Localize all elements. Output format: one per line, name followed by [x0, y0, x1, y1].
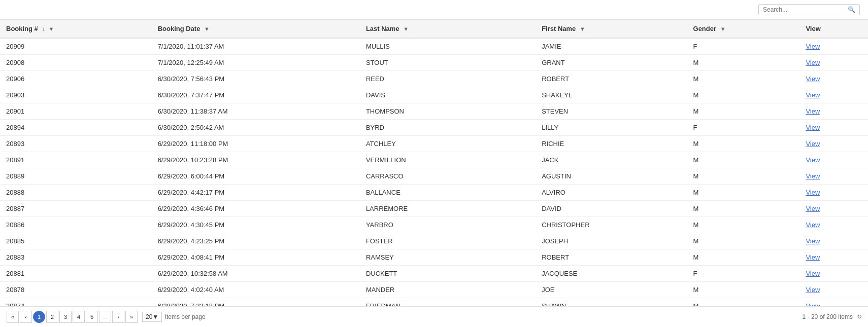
view-link-7[interactable]: View — [806, 156, 820, 164]
cell-lastName-6: ATCHLEY — [360, 136, 536, 152]
data-table: Booking # ↓ ▼ Booking Date ▼ Last Name ▼… — [0, 20, 868, 306]
cell-firstName-10: DAVID — [536, 201, 687, 217]
cell-view-13[interactable]: View — [799, 249, 868, 266]
table-row: 208856/29/2020, 4:23:25 PMFOSTERJOSEPHMV… — [0, 233, 868, 249]
cell-view-15[interactable]: View — [799, 282, 868, 298]
cell-lastName-15: MANDER — [360, 282, 536, 298]
cell-booking-9: 20888 — [0, 185, 152, 201]
cell-booking-3: 20903 — [0, 87, 152, 103]
table-row: 208896/29/2020, 6:00:44 PMCARRASCOAGUSTI… — [0, 168, 868, 185]
cell-lastName-0: MULLIS — [360, 38, 536, 55]
cell-firstName-2: ROBERT — [536, 71, 687, 87]
cell-gender-13: M — [687, 249, 800, 266]
col-header-date[interactable]: Booking Date ▼ — [152, 20, 360, 38]
view-link-6[interactable]: View — [806, 140, 820, 148]
cell-view-0[interactable]: View — [799, 38, 868, 55]
cell-view-2[interactable]: View — [799, 71, 868, 87]
cell-gender-5: F — [687, 120, 800, 136]
cell-view-12[interactable]: View — [799, 233, 868, 249]
cell-view-8[interactable]: View — [799, 168, 868, 185]
cell-firstName-15: JOE — [536, 282, 687, 298]
cell-booking-10: 20887 — [0, 201, 152, 217]
cell-date-13: 6/29/2020, 4:08:41 PM — [152, 249, 360, 266]
cell-firstName-1: GRANT — [536, 55, 687, 71]
col-label-firstname: First Name — [542, 25, 576, 32]
view-link-14[interactable]: View — [806, 270, 820, 277]
cell-date-15: 6/29/2020, 4:02:40 AM — [152, 282, 360, 298]
view-link-8[interactable]: View — [806, 172, 820, 180]
cell-gender-9: M — [687, 185, 800, 201]
cell-view-7[interactable]: View — [799, 152, 868, 168]
cell-lastName-2: REED — [360, 71, 536, 87]
cell-date-8: 6/29/2020, 6:00:44 PM — [152, 168, 360, 185]
view-link-9[interactable]: View — [806, 189, 820, 196]
table-row: 208866/29/2020, 4:30:45 PMYARBROCHRISTOP… — [0, 217, 868, 233]
cell-firstName-5: LILLY — [536, 120, 687, 136]
cell-gender-14: F — [687, 266, 800, 282]
view-link-12[interactable]: View — [806, 237, 820, 245]
table-row: 208836/29/2020, 4:08:41 PMRAMSEYROBERTMV… — [0, 249, 868, 266]
cell-firstName-3: SHAKEYL — [536, 87, 687, 103]
cell-booking-16: 20874 — [0, 298, 152, 307]
view-link-10[interactable]: View — [806, 205, 820, 212]
filter-icon-booking[interactable]: ▼ — [49, 26, 54, 32]
view-link-16[interactable]: View — [806, 302, 820, 306]
cell-view-4[interactable]: View — [799, 103, 868, 120]
cell-firstName-4: STEVEN — [536, 103, 687, 120]
cell-lastName-5: BYRD — [360, 120, 536, 136]
cell-view-16[interactable]: View — [799, 298, 868, 307]
cell-gender-8: M — [687, 168, 800, 185]
cell-view-3[interactable]: View — [799, 87, 868, 103]
cell-booking-15: 20878 — [0, 282, 152, 298]
cell-lastName-4: THOMPSON — [360, 103, 536, 120]
cell-date-5: 6/30/2020, 2:50:42 AM — [152, 120, 360, 136]
cell-view-10[interactable]: View — [799, 201, 868, 217]
view-link-2[interactable]: View — [806, 75, 820, 83]
cell-view-9[interactable]: View — [799, 185, 868, 201]
cell-date-1: 7/1/2020, 12:25:49 AM — [152, 55, 360, 71]
view-link-13[interactable]: View — [806, 253, 820, 261]
table-header-row: Booking # ↓ ▼ Booking Date ▼ Last Name ▼… — [0, 20, 868, 38]
col-header-firstname[interactable]: First Name ▼ — [536, 20, 687, 38]
view-link-1[interactable]: View — [806, 59, 820, 66]
cell-firstName-9: ALVIRO — [536, 185, 687, 201]
cell-booking-8: 20889 — [0, 168, 152, 185]
cell-lastName-1: STOUT — [360, 55, 536, 71]
cell-view-11[interactable]: View — [799, 217, 868, 233]
cell-view-6[interactable]: View — [799, 136, 868, 152]
cell-gender-3: M — [687, 87, 800, 103]
col-label-lastname: Last Name — [366, 25, 399, 32]
cell-gender-4: M — [687, 103, 800, 120]
cell-date-7: 6/29/2020, 10:23:28 PM — [152, 152, 360, 168]
view-link-15[interactable]: View — [806, 286, 820, 294]
view-link-11[interactable]: View — [806, 221, 820, 229]
cell-date-16: 6/28/2020, 7:32:18 PM — [152, 298, 360, 307]
view-link-3[interactable]: View — [806, 91, 820, 99]
cell-lastName-13: RAMSEY — [360, 249, 536, 266]
filter-icon-lastname[interactable]: ▼ — [403, 26, 409, 32]
top-bar: 🔍 — [0, 0, 868, 20]
cell-date-10: 6/29/2020, 4:36:46 PM — [152, 201, 360, 217]
cell-view-5[interactable]: View — [799, 120, 868, 136]
cell-lastName-11: YARBRO — [360, 217, 536, 233]
search-input[interactable] — [763, 6, 846, 13]
col-header-lastname[interactable]: Last Name ▼ — [360, 20, 536, 38]
table-row: 209036/30/2020, 7:37:47 PMDAVISSHAKEYLMV… — [0, 87, 868, 103]
col-header-gender[interactable]: Gender ▼ — [687, 20, 800, 38]
cell-view-14[interactable]: View — [799, 266, 868, 282]
col-header-booking[interactable]: Booking # ↓ ▼ — [0, 20, 152, 38]
view-link-4[interactable]: View — [806, 107, 820, 115]
table-row: 208746/28/2020, 7:32:18 PMFRIEDMANSHAWNM… — [0, 298, 868, 307]
cell-gender-11: M — [687, 217, 800, 233]
view-link-0[interactable]: View — [806, 43, 820, 50]
table-row: 208886/29/2020, 4:42:17 PMBALLANCEALVIRO… — [0, 185, 868, 201]
view-link-5[interactable]: View — [806, 124, 820, 131]
cell-lastName-9: BALLANCE — [360, 185, 536, 201]
cell-lastName-16: FRIEDMAN — [360, 298, 536, 307]
cell-view-1[interactable]: View — [799, 55, 868, 71]
filter-icon-gender[interactable]: ▼ — [720, 26, 726, 32]
cell-booking-4: 20901 — [0, 103, 152, 120]
filter-icon-firstname[interactable]: ▼ — [580, 26, 585, 32]
cell-lastName-7: VERMILLION — [360, 152, 536, 168]
filter-icon-date[interactable]: ▼ — [204, 26, 210, 32]
